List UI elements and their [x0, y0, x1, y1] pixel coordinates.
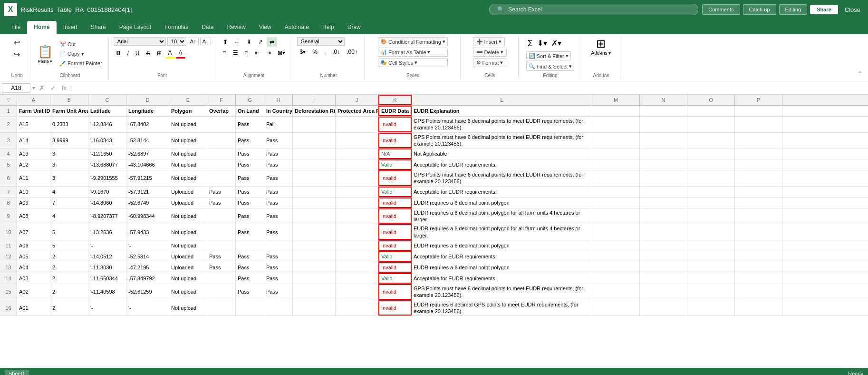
- cell-l12[interactable]: Acceptable for EUDR requirements.: [412, 251, 592, 262]
- col-header-d[interactable]: D: [126, 95, 169, 105]
- cell-g7[interactable]: Pass: [236, 187, 264, 197]
- col-header-f[interactable]: F: [207, 95, 236, 105]
- cell-o2[interactable]: [687, 117, 735, 132]
- cell-n13[interactable]: [640, 262, 687, 273]
- cell-e6[interactable]: Not upload: [169, 170, 207, 186]
- border-button[interactable]: ⊞: [154, 49, 164, 58]
- cell-k5[interactable]: Valid: [378, 159, 412, 170]
- cell-j7[interactable]: [336, 187, 378, 197]
- row-num-6[interactable]: 6: [0, 170, 17, 186]
- cell-m7[interactable]: [592, 187, 640, 197]
- cell-i1[interactable]: Deforestation Risk: [293, 106, 336, 116]
- cell-m6[interactable]: [592, 170, 640, 186]
- cell-g2[interactable]: Pass: [236, 117, 264, 132]
- row-num-11[interactable]: 11: [0, 240, 17, 251]
- tab-data[interactable]: Data: [195, 21, 220, 34]
- comments-button[interactable]: Comments: [702, 4, 740, 15]
- insert-cells-button[interactable]: ➕ Insert ▾: [473, 37, 505, 46]
- cell-d4[interactable]: -52.6897: [126, 148, 169, 159]
- cell-k6[interactable]: Invalid: [378, 170, 412, 186]
- align-top-button[interactable]: ⬆: [220, 37, 231, 47]
- cell-i13[interactable]: [293, 262, 336, 273]
- cell-k14[interactable]: Valid: [378, 273, 412, 284]
- cell-h11[interactable]: [264, 240, 293, 251]
- decrease-indent-button[interactable]: ⇤: [252, 48, 262, 58]
- cell-p15[interactable]: [735, 284, 782, 300]
- cell-d11[interactable]: '-: [126, 240, 169, 251]
- cell-o5[interactable]: [687, 159, 735, 170]
- font-size-increase[interactable]: A↑: [188, 38, 199, 45]
- cell-e5[interactable]: Not upload: [169, 159, 207, 170]
- cell-a5[interactable]: A12: [17, 159, 50, 170]
- cell-k9[interactable]: Invalid: [378, 208, 412, 224]
- cell-g6[interactable]: Pass: [236, 170, 264, 186]
- cell-f15[interactable]: [207, 284, 236, 300]
- cell-m4[interactable]: [592, 148, 640, 159]
- share-button[interactable]: Share: [810, 5, 838, 14]
- wrap-text-button[interactable]: ⇌: [267, 37, 277, 47]
- cell-c6[interactable]: '-9.2901555: [88, 170, 126, 186]
- cell-l1[interactable]: EUDR Explanation: [412, 106, 592, 116]
- cell-a3[interactable]: A14: [17, 133, 50, 148]
- confirm-formula-icon[interactable]: ✓: [48, 84, 58, 92]
- row-num-5[interactable]: 5: [0, 159, 17, 170]
- copy-button[interactable]: 📄 Copy ▾: [57, 50, 105, 58]
- align-right-button[interactable]: ≡: [242, 48, 251, 58]
- cell-a9[interactable]: A08: [17, 208, 50, 224]
- cell-g12[interactable]: Pass: [236, 251, 264, 262]
- cell-o1[interactable]: [687, 106, 735, 116]
- col-header-k[interactable]: K: [378, 95, 412, 105]
- cell-a14[interactable]: A03: [17, 273, 50, 284]
- format-cells-button[interactable]: ⚙ Format ▾: [473, 58, 507, 67]
- cell-m9[interactable]: [592, 208, 640, 224]
- cell-m13[interactable]: [592, 262, 640, 273]
- cell-o10[interactable]: [687, 224, 735, 240]
- cell-g10[interactable]: Pass: [236, 224, 264, 240]
- font-color-button[interactable]: A: [176, 48, 185, 59]
- cell-i15[interactable]: [293, 284, 336, 300]
- cell-h8[interactable]: Pass: [264, 197, 293, 208]
- cell-e3[interactable]: Not upload: [169, 133, 207, 148]
- cell-styles-button[interactable]: 🎭 Cell Styles ▾: [378, 58, 448, 67]
- cell-l8[interactable]: EUDR requires a 6 decimal point polygon: [412, 197, 592, 208]
- cell-g15[interactable]: Pass: [236, 284, 264, 300]
- row-num-14[interactable]: 14: [0, 273, 17, 284]
- cell-h3[interactable]: Pass: [264, 133, 293, 148]
- cell-p9[interactable]: [735, 208, 782, 224]
- cell-j6[interactable]: [336, 170, 378, 186]
- row-num-9[interactable]: 9: [0, 208, 17, 224]
- cell-f12[interactable]: Pass: [207, 251, 236, 262]
- cell-g3[interactable]: Pass: [236, 133, 264, 148]
- cell-b9[interactable]: 4: [50, 208, 88, 224]
- font-size-decrease[interactable]: A↓: [200, 38, 211, 45]
- cell-n9[interactable]: [640, 208, 687, 224]
- sheet-tab[interactable]: Sheet1: [5, 370, 29, 375]
- cell-c4[interactable]: '-12.1650: [88, 148, 126, 159]
- cell-d2[interactable]: -67.8402: [126, 117, 169, 132]
- cell-k8[interactable]: Invalid: [378, 197, 412, 208]
- cell-j16[interactable]: [336, 300, 378, 316]
- cell-o9[interactable]: [687, 208, 735, 224]
- col-header-b[interactable]: B: [50, 95, 88, 105]
- cell-j8[interactable]: [336, 197, 378, 208]
- cell-b8[interactable]: 7: [50, 197, 88, 208]
- sum-button[interactable]: Σ: [526, 37, 534, 50]
- align-bottom-button[interactable]: ⬇: [244, 37, 254, 47]
- format-as-table-button[interactable]: 📊 Format As Table ▾: [378, 48, 448, 57]
- cell-d7[interactable]: -57.9121: [126, 187, 169, 197]
- cell-c1[interactable]: Latitude: [88, 106, 126, 116]
- cell-n7[interactable]: [640, 187, 687, 197]
- cell-d13[interactable]: -47.2195: [126, 262, 169, 273]
- cell-j1[interactable]: Protected Area Risk: [336, 106, 378, 116]
- cell-b3[interactable]: 3.9999: [50, 133, 88, 148]
- cell-d9[interactable]: -60.998344: [126, 208, 169, 224]
- col-header-e[interactable]: E: [169, 95, 207, 105]
- cell-g11[interactable]: [236, 240, 264, 251]
- cell-l16[interactable]: EUDR requires 6 decimal GPS points to me…: [412, 300, 592, 316]
- cell-e2[interactable]: Not upload: [169, 117, 207, 132]
- cell-l13[interactable]: EUDR requires a 6 decimal point polygon: [412, 262, 592, 273]
- col-header-n[interactable]: N: [640, 95, 687, 105]
- orientation-button[interactable]: ↗: [255, 37, 266, 47]
- cell-k2[interactable]: Invalid: [378, 117, 412, 132]
- cell-k4[interactable]: N/A: [378, 148, 412, 159]
